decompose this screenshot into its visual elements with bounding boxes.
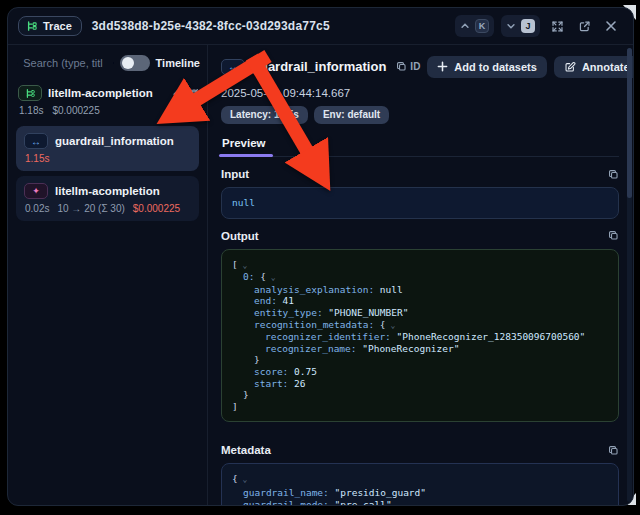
collapse-chevron-icon[interactable]: ⌄ [386, 321, 396, 330]
copy-input-button[interactable] [608, 169, 619, 180]
topbar-actions: K J [455, 15, 621, 37]
code-line: [ ⌄ [232, 259, 608, 272]
span-icon: ↔ [221, 59, 245, 75]
code-line: { ⌄ [232, 473, 608, 486]
latency-badge: Latency: 1.15s [221, 106, 308, 124]
code-line: score: 0.75 [232, 366, 608, 378]
chevron-up-icon [460, 21, 470, 31]
code-line: } [232, 389, 608, 401]
copy-icon [396, 61, 407, 72]
detail-tabs: Preview [221, 134, 619, 157]
annotate-button[interactable]: Annotate [554, 56, 634, 78]
env-badge: Env: default [314, 106, 389, 124]
copy-metadata-button[interactable] [608, 445, 619, 456]
item-token-usage: 10 → 20 (Σ 30) [57, 203, 124, 214]
external-link-icon [578, 20, 591, 33]
item-latency: 1.15s [25, 153, 49, 164]
code-line: entity_type: "PHONE_NUMBER" [232, 307, 608, 319]
collapse-chevron-icon[interactable]: ⌄ [238, 475, 248, 484]
code-line: ] [232, 401, 608, 413]
span-detail-panel: ↔ guardrail_information ID Add to datase… [208, 45, 633, 505]
copy-icon [608, 169, 619, 180]
code-line: 0: { ⌄ [232, 271, 608, 284]
copy-icon [608, 230, 619, 241]
metadata-section-title: Metadata [221, 444, 271, 456]
kbd-k: K [475, 19, 489, 33]
trace-type-badge: Trace [18, 16, 82, 36]
kbd-j: J [521, 19, 535, 33]
collapse-chevron-icon[interactable]: ⌄ [238, 261, 248, 270]
tree-root-stats: 1.18s $0.000225 [19, 105, 201, 116]
expand-icon [551, 20, 564, 33]
tree-item-label: guardrail_information [55, 135, 174, 147]
search-input[interactable] [23, 57, 107, 69]
code-line: } [232, 354, 608, 366]
annotate-label: Annotate [582, 61, 630, 73]
collapse-chevron-icon[interactable]: ⌄ [266, 273, 276, 282]
output-json-viewer: [ ⌄0: { ⌄analysis_explanation: nullend: … [221, 249, 619, 423]
timeline-toggle-label: Timeline [156, 57, 200, 69]
trace-tree-icon [26, 20, 38, 32]
tree-root-label: litellm-acompletion [48, 87, 153, 99]
output-section: Output [ ⌄0: { ⌄analysis_explanation: nu… [221, 230, 619, 423]
toggle-knob [122, 57, 134, 69]
trace-id: 3dd538d8-b25e-4382-8fcc-03d293da77c5 [92, 19, 330, 33]
add-to-datasets-button[interactable]: Add to datasets [427, 56, 547, 78]
annotate-pencil-icon [564, 61, 576, 73]
code-line: recognition_metadata: { ⌄ [232, 319, 608, 332]
collapse-chevron-icon[interactable] [172, 88, 182, 98]
input-section-title: Input [221, 168, 249, 180]
copy-icon [608, 445, 619, 456]
annotate-split-button: Annotate [554, 56, 634, 78]
scrollbar[interactable] [627, 48, 632, 502]
trace-icon [18, 85, 42, 101]
code-line: end: 41 [232, 295, 608, 307]
root-latency: 1.18s [19, 105, 43, 116]
tree-item-litellm-acompletion[interactable]: ✦ litellm-acompletion 0.02s 10 → 20 (Σ 3… [16, 176, 199, 221]
tree-root-item[interactable]: litellm-acompletion [16, 85, 201, 101]
copy-id-button[interactable]: ID [396, 61, 420, 72]
root-cost: $0.000225 [52, 105, 99, 116]
open-external-button[interactable] [574, 16, 594, 36]
span-title: guardrail_information [252, 59, 386, 74]
trace-detail-drawer: Trace 3dd538d8-b25e-4382-8fcc-03d293da77… [7, 7, 634, 506]
tree-item-label: litellm-acompletion [55, 185, 160, 197]
span-tree-sidebar: Timeline litellm-acompletion 1.18s $0.00… [8, 45, 208, 505]
code-line: analysis_explanation: null [232, 284, 608, 296]
input-value: null [232, 197, 255, 208]
metadata-section: Metadata { ⌄guardrail_name: "presidio_gu… [221, 444, 619, 506]
span-timestamp: 2025-05-16 09:44:14.667 [221, 87, 619, 99]
id-label: ID [410, 61, 420, 72]
nav-previous-button[interactable]: K [455, 15, 494, 37]
trace-badge-label: Trace [43, 20, 72, 32]
chevron-down-icon [506, 21, 516, 31]
tree-item-guardrail-information[interactable]: ↔ guardrail_information 1.15s [16, 126, 199, 171]
scrollbar-thumb[interactable] [627, 48, 632, 198]
code-line: guardrail_mode: "pre_call" [232, 499, 608, 506]
span-icon: ↔ [24, 133, 48, 149]
close-icon [605, 20, 617, 32]
nav-next-button[interactable]: J [501, 15, 540, 37]
input-json-viewer: null [221, 187, 619, 219]
collapse-all-icon[interactable] [189, 88, 199, 98]
plus-icon [437, 61, 448, 72]
copy-output-button[interactable] [608, 230, 619, 241]
code-line: recognizer_identifier: "PhoneRecognizer_… [232, 331, 608, 343]
metadata-json-viewer: { ⌄guardrail_name: "presidio_guard"guard… [221, 463, 619, 506]
timeline-toggle[interactable] [120, 55, 150, 71]
item-cost: $0.000225 [133, 203, 180, 214]
code-line: recognizer_name: "PhoneRecognizer" [232, 343, 608, 355]
code-line: start: 26 [232, 378, 608, 390]
tab-preview[interactable]: Preview [221, 134, 275, 156]
generation-sparkle-icon: ✦ [24, 183, 48, 199]
item-latency: 0.02s [25, 203, 49, 214]
output-section-title: Output [221, 230, 259, 242]
add-to-datasets-label: Add to datasets [454, 61, 537, 73]
close-button[interactable] [601, 16, 621, 36]
code-line: guardrail_name: "presidio_guard" [232, 487, 608, 499]
span-tree: litellm-acompletion 1.18s $0.000225 ↔ gu… [16, 85, 201, 221]
topbar: Trace 3dd538d8-b25e-4382-8fcc-03d293da77… [8, 8, 633, 45]
expand-button[interactable] [547, 16, 567, 36]
input-section: Input null [221, 168, 619, 219]
